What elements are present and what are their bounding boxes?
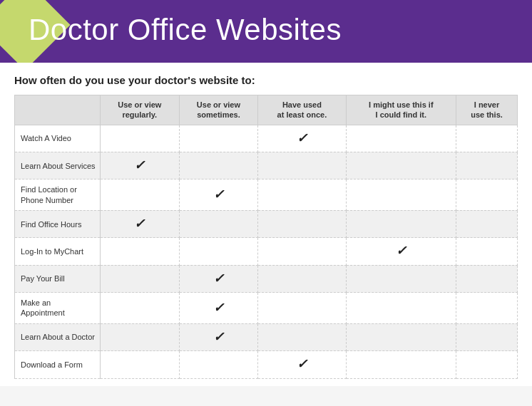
cell-once xyxy=(258,152,346,179)
cell-sometimes xyxy=(179,125,258,152)
checkmark-icon: ✓ xyxy=(213,187,224,202)
cell-once xyxy=(258,238,346,265)
cell-never xyxy=(456,323,518,350)
cell-task: Make an Appointment xyxy=(15,293,101,324)
cell-regularly xyxy=(101,351,180,378)
table-row: Watch A Video✓ xyxy=(15,125,518,152)
cell-might xyxy=(346,179,456,211)
cell-never xyxy=(456,351,518,378)
checkmark-icon: ✓ xyxy=(297,131,307,145)
col-might: I might use this ifI could find it. xyxy=(346,95,456,125)
table-row: Learn About a Doctor✓ xyxy=(15,323,518,350)
section-subtitle: How often do you use your doctor's websi… xyxy=(14,74,518,86)
cell-sometimes: ✓ xyxy=(179,293,258,324)
table-row: Learn About Services✓ xyxy=(15,152,518,179)
table-row: Find Location or Phone Number✓ xyxy=(15,179,518,211)
table-row: Download a Form✓ xyxy=(15,351,518,378)
cell-sometimes xyxy=(179,238,258,265)
cell-once xyxy=(258,210,346,237)
cell-task: Learn About a Doctor xyxy=(15,323,101,350)
cell-might: ✓ xyxy=(346,238,456,265)
col-once: Have usedat least once. xyxy=(258,95,346,125)
cell-sometimes xyxy=(179,152,258,179)
cell-task: Pay Your Bill xyxy=(15,265,101,292)
checkmark-icon: ✓ xyxy=(213,271,224,286)
cell-might xyxy=(346,152,456,179)
cell-task: Find Location or Phone Number xyxy=(15,179,101,211)
col-never: I neveruse this. xyxy=(456,95,518,125)
cell-task: Download a Form xyxy=(15,351,101,378)
cell-once xyxy=(258,179,346,211)
checkmark-icon: ✓ xyxy=(213,301,224,315)
cell-never xyxy=(456,152,518,179)
table-row: Make an Appointment✓ xyxy=(15,293,518,324)
cell-regularly xyxy=(101,179,180,211)
cell-regularly xyxy=(101,293,180,324)
checkmark-icon: ✓ xyxy=(297,357,307,371)
cell-regularly xyxy=(101,265,180,292)
cell-sometimes: ✓ xyxy=(179,265,258,292)
table-row: Pay Your Bill✓ xyxy=(15,265,518,292)
cell-never xyxy=(456,265,518,292)
cell-might xyxy=(346,351,456,378)
cell-might xyxy=(346,265,456,292)
cell-never xyxy=(456,293,518,324)
cell-task: Learn About Services xyxy=(15,152,101,179)
cell-once xyxy=(258,293,346,324)
cell-regularly: ✓ xyxy=(101,152,180,179)
cell-never xyxy=(456,238,518,265)
cell-might xyxy=(346,323,456,350)
checkmark-icon: ✓ xyxy=(134,217,145,231)
cell-task: Watch A Video xyxy=(15,125,101,152)
cell-might xyxy=(346,293,456,324)
cell-might xyxy=(346,125,456,152)
cell-never xyxy=(456,210,518,237)
cell-once: ✓ xyxy=(258,351,346,378)
checkmark-icon: ✓ xyxy=(134,158,145,172)
cell-regularly: ✓ xyxy=(101,210,180,237)
col-sometimes: Use or viewsometimes. xyxy=(179,95,258,125)
cell-never xyxy=(456,125,518,152)
cell-once: ✓ xyxy=(258,125,346,152)
header: Doctor Office Websites xyxy=(0,0,532,63)
col-task xyxy=(15,95,101,125)
checkmark-icon: ✓ xyxy=(213,330,224,344)
usage-table: Use or viewregularly. Use or viewsometim… xyxy=(14,95,518,379)
main-content: How often do you use your doctor's websi… xyxy=(0,63,532,386)
cell-might xyxy=(346,210,456,237)
cell-sometimes: ✓ xyxy=(179,179,258,211)
col-regularly: Use or viewregularly. xyxy=(101,95,180,125)
cell-regularly xyxy=(101,125,180,152)
table-row: Log-In to MyChart✓ xyxy=(15,238,518,265)
cell-regularly xyxy=(101,323,180,350)
cell-sometimes: ✓ xyxy=(179,323,258,350)
cell-regularly xyxy=(101,238,180,265)
cell-sometimes xyxy=(179,210,258,237)
checkmark-icon: ✓ xyxy=(396,244,406,258)
cell-once xyxy=(258,265,346,292)
cell-once xyxy=(258,323,346,350)
cell-task: Log-In to MyChart xyxy=(15,238,101,265)
cell-never xyxy=(456,179,518,211)
cell-sometimes xyxy=(179,351,258,378)
page-title: Doctor Office Websites xyxy=(29,13,511,47)
cell-task: Find Office Hours xyxy=(15,210,101,237)
table-row: Find Office Hours✓ xyxy=(15,210,518,237)
